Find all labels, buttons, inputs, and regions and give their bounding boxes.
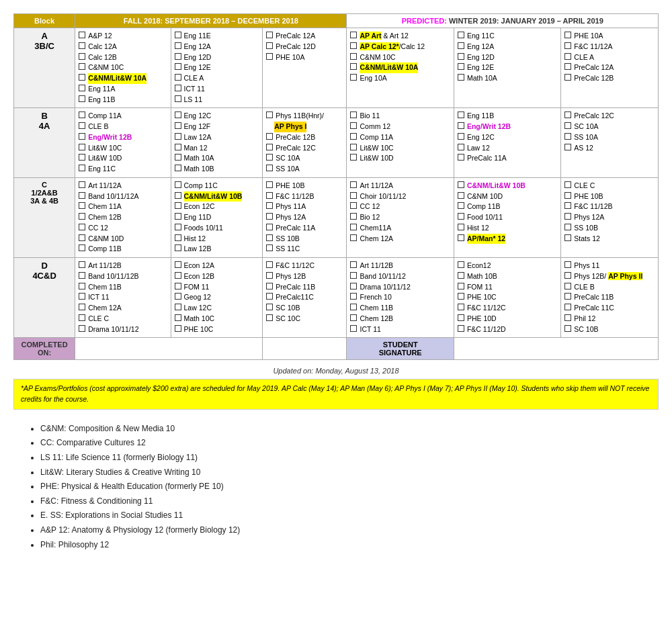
updated-text: Updated on: Monday, August 13, 2018	[13, 367, 659, 375]
bullet-item-9: Phil: Philosophy 12	[40, 538, 659, 553]
fall-b-col3: Phys 11B(Hnr)/ AP Phys I PreCalc 12B Pre…	[263, 108, 347, 178]
header-row: Block FALL 2018: SEPTEMBER 2018 – DECEMB…	[14, 14, 659, 28]
bullet-item-1: C&NM: Composition & New Media 10	[40, 422, 659, 437]
winter-a-col2: Eng 11C Eng 12A Eng 12D Eng 12E Math 10A	[454, 28, 560, 108]
winter-d-col2: Econ12 Math 10B FOM 11 PHE 10C F&C 11/12…	[454, 258, 560, 338]
fall-d-col2: Econ 12A Econ 12B FOM 11 Geog 12 Law 12C…	[171, 258, 263, 338]
fall-a-col1: A&P 12 Calc 12A Calc 12B C&NM 10C C&NM/L…	[75, 28, 171, 108]
winter-b-col3: PreCalc 12C SC 10A SS 10A AS 12	[561, 108, 659, 178]
schedule-table: Block FALL 2018: SEPTEMBER 2018 – DECEMB…	[13, 13, 659, 360]
block-b-label: B4A	[14, 108, 75, 178]
block-header: Block	[14, 14, 75, 28]
block-a-label: A3B/C	[14, 28, 75, 108]
winter-b-col1: Bio 11 Comm 12 Comp 11A Lit&W 10C Lit&W …	[347, 108, 454, 178]
bullet-item-6: F&C: Fitness & Conditioning 11	[40, 494, 659, 509]
bullet-item-5: PHE: Physical & Health Education (former…	[40, 480, 659, 494]
fall-header: FALL 2018: SEPTEMBER 2018 – DECEMBER 201…	[75, 14, 347, 28]
fall-b-col1: Comp 11A CLE B Eng/Writ 12B Lit&W 10C Li…	[75, 108, 171, 178]
bullet-item-4: Lit&W: Literary Studies & Creative Writi…	[40, 465, 659, 480]
winter-a-col1: AP Art & Art 12 AP Calc 12*/Calc 12 C&NM…	[347, 28, 454, 108]
bullet-item-2: CC: Comparative Cultures 12	[40, 436, 659, 451]
block-c-label: C1/2A&B3A & 4B	[14, 177, 75, 257]
block-d-label: D4C&D	[14, 258, 75, 338]
completed-label: COMPLETEDON:	[14, 338, 75, 360]
fall-c-col2: Comp 11C C&NM/Lit&W 10B Econ 12C Eng 11D…	[171, 177, 263, 257]
completed-date-area	[75, 338, 263, 360]
student-signature: STUDENTSIGNATURE	[347, 338, 454, 360]
winter-header-text: WINTER 2019: JANUARY 2019 – APRIL 2019	[449, 17, 603, 25]
winter-c-col2: C&NM/Lit&W 10B C&NM 10D Comp 11B Food 10…	[454, 177, 560, 257]
completed-row: COMPLETEDON: STUDENTSIGNATURE	[14, 338, 659, 360]
fall-c-col1: Art 11/12A Band 10/11/12A Chem 11A Chem …	[75, 177, 171, 257]
winter-header: PREDICTED: WINTER 2019: JANUARY 2019 – A…	[347, 14, 659, 28]
fall-b-col2: Eng 12C Eng 12F Law 12A Man 12 Math 10A …	[171, 108, 263, 178]
fall-d-col1: Art 11/12B Band 10/11/12B Chem 11B ICT 1…	[75, 258, 171, 338]
bullet-item-8: A&P 12: Anatomy & Physiology 12 (formerl…	[40, 523, 659, 538]
winter-c-col1: Art 11/12A Choir 10/11/12 CC 12 Bio 12 C…	[347, 177, 454, 257]
winter-b-col2: Eng 11B Eng/Writ 12B Eng 12C Law 12 PreC…	[454, 108, 560, 178]
page-container: Block FALL 2018: SEPTEMBER 2018 – DECEMB…	[13, 13, 659, 552]
bullet-item-3: LS 11: Life Science 11 (formerly Biology…	[40, 451, 659, 465]
sig-area	[454, 338, 658, 360]
fall-a-col3: PreCalc 12A PreCalc 12D PHE 10A	[263, 28, 347, 108]
ap-notice: *AP Exams/Portfolios (cost approximately…	[13, 379, 659, 410]
winter-d-col3: Phys 11 Phys 12B/ AP Phys II CLE B PreCa…	[561, 258, 659, 338]
fall-d-col3: F&C 11/12C Phys 12B PreCalc 11B PreCalc1…	[263, 258, 347, 338]
completed-col3	[263, 338, 347, 360]
winter-c-col3: CLE C PHE 10B F&C 11/12B Phys 12A SS 10B…	[561, 177, 659, 257]
fall-a-col2: Eng 11E Eng 12A Eng 12D Eng 12E CLE A IC…	[171, 28, 263, 108]
bullet-item-7: E. SS: Explorations in Social Studies 11	[40, 508, 659, 523]
block-b-row: B4A Comp 11A CLE B Eng/Writ 12B Lit&W 10…	[14, 108, 659, 178]
fall-c-col3: PHE 10B F&C 11/12B Phys 11A Phys 12A Pre…	[263, 177, 347, 257]
block-a-row: A3B/C A&P 12 Calc 12A Calc 12B C&NM 10C …	[14, 28, 659, 108]
winter-d-col1: Art 11/12B Band 10/11/12 Drama 10/11/12 …	[347, 258, 454, 338]
block-d-row: D4C&D Art 11/12B Band 10/11/12B Chem 11B…	[14, 258, 659, 338]
block-c-row: C1/2A&B3A & 4B Art 11/12A Band 10/11/12A…	[14, 177, 659, 257]
winter-a-col3: PHE 10A F&C 11/12A CLE A PreCalc 12A Pre…	[561, 28, 659, 108]
bullet-list: C&NM: Composition & New Media 10 CC: Com…	[40, 422, 659, 552]
predicted-label: PREDICTED:	[402, 17, 447, 25]
